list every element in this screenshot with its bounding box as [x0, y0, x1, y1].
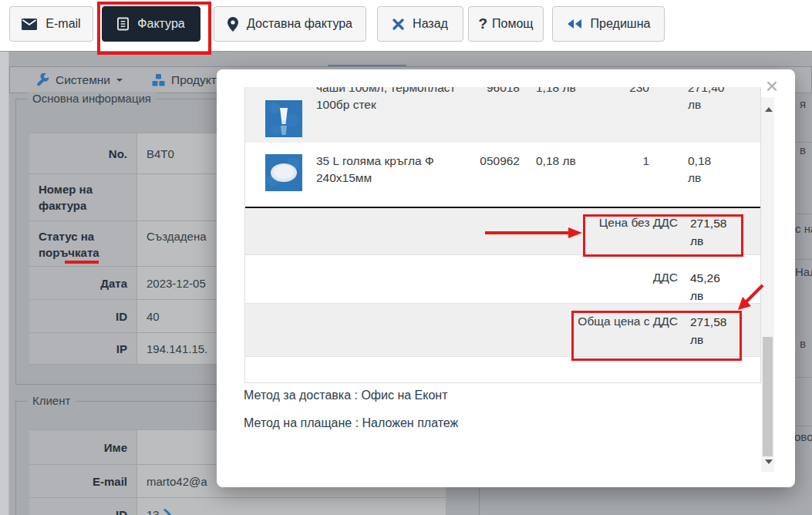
- total-row-vat: ДДС 45,26 лв: [245, 255, 760, 304]
- previous-button-label: Предишна: [591, 17, 651, 31]
- product-total-currency: лв: [688, 170, 728, 187]
- row-label: ID: [29, 498, 137, 515]
- page-fragment-line: [795, 377, 812, 378]
- product-name-line1: 35 L голяма кръгла Ф: [316, 153, 482, 170]
- product-code: 050962: [469, 153, 520, 170]
- delivery-method-text: Метод за доставка : Офис на Еконт: [244, 389, 447, 402]
- product-row: 35 L голяма кръгла Ф 240х15мм 050962 0,1…: [245, 143, 760, 207]
- delivery-invoice-button[interactable]: Доставна фактура: [214, 6, 366, 42]
- modal-scrollbar-thumb[interactable]: [763, 337, 773, 456]
- nav-item-products[interactable]: Продукти: [152, 73, 224, 87]
- row-label: No.: [29, 133, 137, 173]
- row-label: ID: [29, 300, 137, 332]
- top-toolbar: E-mail Фактура Доставна фактура Назад ? …: [0, 0, 812, 52]
- payment-method-text: Метод на плащане : Наложен платеж: [244, 416, 458, 430]
- product-total-amount: 0,18: [688, 153, 728, 170]
- delivery-invoice-button-label: Доставна фактура: [247, 17, 352, 31]
- scrollbar-down-arrow-icon[interactable]: [765, 459, 773, 468]
- chevron-right-icon: [163, 509, 171, 515]
- product-unit-price: 0,18 лв: [536, 153, 576, 170]
- page-fragment-text: с на: [795, 222, 812, 235]
- help-button[interactable]: ? Помощ: [468, 6, 544, 42]
- product-name-line1: чаши 100мл, термопласт: [316, 87, 482, 96]
- page-fragment-line: [795, 259, 812, 260]
- product-qty: 230: [615, 87, 649, 96]
- invoice-icon: [117, 17, 129, 31]
- row-label: Име: [29, 430, 137, 464]
- previous-button[interactable]: Предишна: [552, 6, 665, 42]
- client-legend: Клиент: [27, 394, 76, 407]
- nav-item-systems-label: Системни: [56, 73, 110, 87]
- email-button[interactable]: E-mail: [9, 6, 93, 42]
- total-vat-amount: 45,26: [690, 269, 730, 287]
- app-screen: E-mail Фактура Доставна фактура Назад ? …: [0, 0, 812, 515]
- total-gross-amount: 271,58: [690, 313, 730, 331]
- products-icon: [152, 74, 165, 86]
- product-thumbnail-cup: [265, 100, 302, 137]
- chevron-down-icon: [116, 79, 123, 85]
- scrollbar-up-arrow-icon[interactable]: [765, 103, 773, 112]
- page-fragment-line: [795, 93, 812, 93]
- client-id-link[interactable]: 13: [137, 498, 446, 515]
- table-row: ID 13: [29, 498, 446, 515]
- total-vat-currency: лв: [690, 287, 730, 305]
- page-fragment-text: ово,: [794, 430, 812, 443]
- rewind-icon: [567, 19, 582, 29]
- page-fragment-line: [795, 142, 812, 143]
- product-total-currency: лв: [688, 96, 728, 113]
- product-name-line2: 240х15мм: [316, 170, 482, 187]
- total-row-net: Цена без ДДС 271,58 лв: [245, 208, 760, 255]
- total-net-amount: 271,58: [690, 214, 730, 232]
- question-icon: ?: [478, 15, 487, 32]
- product-row: чаши 100мл, термопласт 100бр стек 96018 …: [245, 87, 760, 143]
- row-label: Дата: [29, 267, 137, 299]
- email-button-label: E-mail: [45, 17, 80, 31]
- product-total-amount: 271,40: [688, 87, 728, 96]
- nav-item-products-label: Продукти: [171, 73, 224, 87]
- page-fragment-line: [795, 214, 812, 214]
- page-fragment-text: я: [800, 97, 806, 110]
- row-label: E-mail: [29, 465, 137, 497]
- row-label: IP: [29, 333, 137, 364]
- products-table: чаши 100мл, термопласт 100бр стек 96018 …: [244, 87, 761, 383]
- product-name-line2: 100бр стек: [316, 96, 482, 113]
- product-thumbnail-plate: [265, 154, 302, 191]
- location-pin-icon: [227, 17, 238, 32]
- row-label: Статус на поръчката: [29, 221, 137, 266]
- page-fragment-text: в: [800, 143, 806, 157]
- main-info-legend: Основна информация: [27, 92, 157, 105]
- product-qty: 1: [615, 153, 649, 170]
- nav-item-systems[interactable]: Системни: [36, 73, 123, 87]
- total-row-gross: Обща цена с ДДС 271,58 лв: [245, 304, 760, 357]
- back-button-label: Назад: [413, 17, 448, 31]
- total-vat-label: ДДС: [538, 269, 678, 286]
- order-details-modal: × чаши 100мл, термопласт 100бр стек 9601…: [217, 69, 795, 487]
- product-code: 96018: [469, 87, 520, 96]
- page-fragment-text: в: [800, 337, 806, 350]
- page-fragment-text: Нал: [795, 265, 812, 278]
- page-left-margin: [0, 51, 9, 515]
- row-label: Номер на фактура: [29, 174, 137, 220]
- status-word-annotation-underline: [65, 261, 99, 264]
- total-net-currency: лв: [690, 232, 730, 250]
- total-net-label: Цена без ДДС: [538, 214, 678, 231]
- x-icon: [393, 19, 404, 30]
- total-gross-currency: лв: [690, 331, 730, 348]
- product-unit-price: 1,18 лв: [536, 87, 576, 96]
- back-button[interactable]: Назад: [377, 6, 463, 42]
- close-icon[interactable]: ×: [758, 72, 786, 100]
- client-id-value: 13: [147, 507, 160, 515]
- envelope-icon: [22, 19, 37, 30]
- help-button-label: Помощ: [492, 17, 533, 31]
- wrench-icon: [36, 73, 49, 86]
- total-gross-label: Обща цена с ДДС: [538, 313, 678, 330]
- invoice-button[interactable]: Фактура: [102, 6, 200, 42]
- invoice-button-label: Фактура: [137, 17, 184, 31]
- page-fragment-line: [795, 426, 812, 426]
